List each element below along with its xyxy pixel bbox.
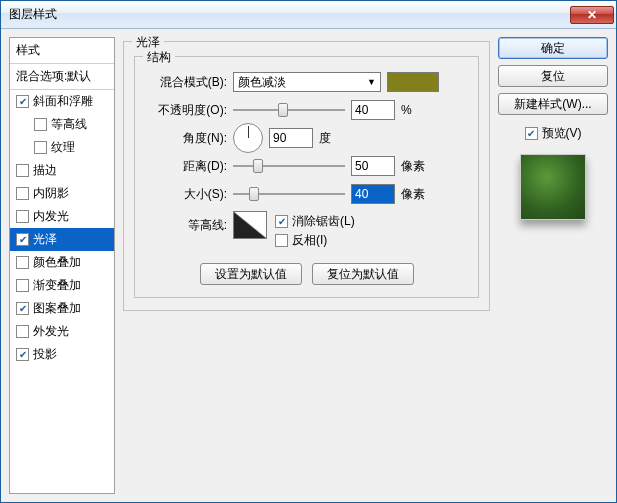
checkbox-icon [16, 325, 29, 338]
opacity-unit: % [401, 103, 412, 117]
style-item-6[interactable]: 光泽 [10, 228, 114, 251]
angle-dial[interactable] [233, 123, 263, 153]
structure-title: 结构 [143, 49, 175, 66]
size-label: 大小(S): [145, 186, 233, 203]
style-list: 样式 混合选项:默认 斜面和浮雕等高线纹理描边内阴影内发光光泽颜色叠加渐变叠加图… [9, 37, 115, 494]
style-item-9[interactable]: 图案叠加 [10, 297, 114, 320]
style-item-3[interactable]: 描边 [10, 159, 114, 182]
style-item-label: 内发光 [33, 208, 69, 225]
style-list-header[interactable]: 样式 [10, 38, 114, 64]
style-item-8[interactable]: 渐变叠加 [10, 274, 114, 297]
style-item-label: 图案叠加 [33, 300, 81, 317]
contour-label: 等高线: [145, 211, 233, 234]
checkbox-icon [16, 233, 29, 246]
blend-mode-dropdown[interactable]: 颜色减淡 ▼ [233, 72, 381, 92]
style-item-label: 渐变叠加 [33, 277, 81, 294]
checkbox-icon [16, 95, 29, 108]
window-title: 图层样式 [9, 6, 570, 23]
distance-input[interactable]: 50 [351, 156, 395, 176]
angle-label: 角度(N): [145, 130, 233, 147]
reset-default-button[interactable]: 复位为默认值 [312, 263, 414, 285]
style-item-0[interactable]: 斜面和浮雕 [10, 90, 114, 113]
checkbox-icon [16, 187, 29, 200]
layer-style-dialog: 图层样式 ✕ 样式 混合选项:默认 斜面和浮雕等高线纹理描边内阴影内发光光泽颜色… [0, 0, 617, 503]
checkbox-icon [16, 279, 29, 292]
checkbox-icon [16, 210, 29, 223]
size-unit: 像素 [401, 186, 425, 203]
blend-options-default[interactable]: 混合选项:默认 [10, 64, 114, 90]
style-item-label: 颜色叠加 [33, 254, 81, 271]
style-item-label: 投影 [33, 346, 57, 363]
chevron-down-icon: ▼ [367, 77, 376, 87]
checkbox-icon [34, 141, 47, 154]
style-item-label: 等高线 [51, 116, 87, 133]
blend-mode-label: 混合模式(B): [145, 74, 233, 91]
make-default-button[interactable]: 设置为默认值 [200, 263, 302, 285]
checkbox-icon [275, 215, 288, 228]
opacity-input[interactable]: 40 [351, 100, 395, 120]
checkbox-icon [16, 164, 29, 177]
options-panel: 光泽 结构 混合模式(B): 颜色减淡 ▼ 不透明度(O): [123, 37, 490, 494]
opacity-label: 不透明度(O): [145, 102, 233, 119]
style-item-7[interactable]: 颜色叠加 [10, 251, 114, 274]
opacity-slider[interactable] [233, 100, 345, 120]
close-icon: ✕ [587, 8, 597, 22]
style-item-label: 光泽 [33, 231, 57, 248]
new-style-button[interactable]: 新建样式(W)... [498, 93, 608, 115]
angle-unit: 度 [319, 130, 331, 147]
preview-checkbox[interactable]: 预览(V) [498, 125, 608, 142]
style-item-10[interactable]: 外发光 [10, 320, 114, 343]
style-item-1[interactable]: 等高线 [10, 113, 114, 136]
style-item-label: 描边 [33, 162, 57, 179]
style-item-2[interactable]: 纹理 [10, 136, 114, 159]
style-item-4[interactable]: 内阴影 [10, 182, 114, 205]
structure-group: 结构 混合模式(B): 颜色减淡 ▼ 不透明度(O): [134, 56, 479, 298]
style-item-label: 斜面和浮雕 [33, 93, 93, 110]
preview-thumbnail [520, 154, 586, 220]
style-item-label: 内阴影 [33, 185, 69, 202]
distance-label: 距离(D): [145, 158, 233, 175]
checkbox-icon [16, 302, 29, 315]
titlebar[interactable]: 图层样式 ✕ [1, 1, 616, 29]
ok-button[interactable]: 确定 [498, 37, 608, 59]
checkbox-icon [525, 127, 538, 140]
right-panel: 确定 复位 新建样式(W)... 预览(V) [498, 37, 608, 494]
color-swatch[interactable] [387, 72, 439, 92]
angle-input[interactable]: 90 [269, 128, 313, 148]
checkbox-icon [16, 348, 29, 361]
invert-checkbox[interactable]: 反相(I) [275, 232, 355, 249]
distance-unit: 像素 [401, 158, 425, 175]
cancel-button[interactable]: 复位 [498, 65, 608, 87]
style-item-5[interactable]: 内发光 [10, 205, 114, 228]
size-input[interactable]: 40 [351, 184, 395, 204]
checkbox-icon [275, 234, 288, 247]
close-button[interactable]: ✕ [570, 6, 614, 24]
contour-picker[interactable] [233, 211, 267, 239]
size-slider[interactable] [233, 184, 345, 204]
distance-slider[interactable] [233, 156, 345, 176]
checkbox-icon [34, 118, 47, 131]
checkbox-icon [16, 256, 29, 269]
style-item-label: 纹理 [51, 139, 75, 156]
style-item-11[interactable]: 投影 [10, 343, 114, 366]
style-item-label: 外发光 [33, 323, 69, 340]
antialias-checkbox[interactable]: 消除锯齿(L) [275, 213, 355, 230]
satin-group: 光泽 结构 混合模式(B): 颜色减淡 ▼ 不透明度(O): [123, 41, 490, 311]
blend-mode-value: 颜色减淡 [238, 74, 286, 91]
